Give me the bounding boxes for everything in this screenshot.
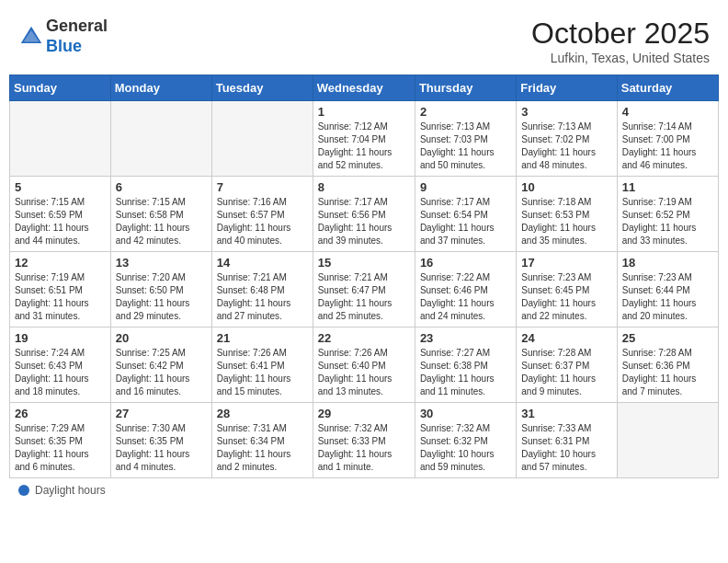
day-number: 17 (521, 256, 611, 270)
day-info: Sunrise: 7:21 AM Sunset: 6:47 PM Dayligh… (318, 271, 410, 323)
day-info: Sunrise: 7:26 AM Sunset: 6:41 PM Dayligh… (217, 347, 308, 398)
day-info: Sunrise: 7:15 AM Sunset: 6:59 PM Dayligh… (15, 196, 106, 247)
calendar-week-3: 12Sunrise: 7:19 AM Sunset: 6:51 PM Dayli… (10, 252, 719, 327)
day-number: 21 (217, 331, 308, 345)
col-thursday: Thursday (415, 75, 516, 101)
day-number: 11 (622, 180, 713, 194)
calendar-day (10, 101, 111, 177)
calendar-week-5: 26Sunrise: 7:29 AM Sunset: 6:35 PM Dayli… (10, 403, 719, 478)
day-info: Sunrise: 7:28 AM Sunset: 6:36 PM Dayligh… (622, 347, 713, 398)
day-number: 4 (622, 105, 713, 119)
calendar-day: 6Sunrise: 7:15 AM Sunset: 6:58 PM Daylig… (110, 177, 211, 252)
day-number: 25 (622, 331, 713, 345)
day-info: Sunrise: 7:32 AM Sunset: 6:32 PM Dayligh… (420, 422, 511, 474)
calendar-day: 18Sunrise: 7:23 AM Sunset: 6:44 PM Dayli… (617, 252, 718, 327)
day-info: Sunrise: 7:33 AM Sunset: 6:31 PM Dayligh… (521, 422, 611, 474)
title-block: October 2025 Lufkin, Texas, United State… (531, 17, 710, 65)
calendar-day: 5Sunrise: 7:15 AM Sunset: 6:59 PM Daylig… (10, 177, 111, 252)
calendar-day: 23Sunrise: 7:27 AM Sunset: 6:38 PM Dayli… (415, 327, 516, 403)
calendar-week-1: 1Sunrise: 7:12 AM Sunset: 7:04 PM Daylig… (10, 101, 719, 177)
day-number: 20 (116, 331, 207, 345)
day-number: 23 (420, 331, 511, 345)
calendar-day: 2Sunrise: 7:13 AM Sunset: 7:03 PM Daylig… (415, 101, 516, 177)
calendar-day: 22Sunrise: 7:26 AM Sunset: 6:40 PM Dayli… (313, 327, 415, 403)
day-info: Sunrise: 7:26 AM Sunset: 6:40 PM Dayligh… (318, 347, 410, 398)
calendar-day: 14Sunrise: 7:21 AM Sunset: 6:48 PM Dayli… (211, 252, 313, 327)
day-info: Sunrise: 7:32 AM Sunset: 6:33 PM Dayligh… (318, 422, 410, 474)
calendar-day: 11Sunrise: 7:19 AM Sunset: 6:52 PM Dayli… (617, 177, 718, 252)
calendar-day: 8Sunrise: 7:17 AM Sunset: 6:56 PM Daylig… (313, 177, 415, 252)
calendar-day: 9Sunrise: 7:17 AM Sunset: 6:54 PM Daylig… (415, 177, 516, 252)
day-number: 29 (318, 407, 410, 420)
calendar-day: 30Sunrise: 7:32 AM Sunset: 6:32 PM Dayli… (415, 403, 516, 478)
calendar-day: 13Sunrise: 7:20 AM Sunset: 6:50 PM Dayli… (110, 252, 211, 327)
calendar-day: 1Sunrise: 7:12 AM Sunset: 7:04 PM Daylig… (313, 101, 415, 177)
location: Lufkin, Texas, United States (531, 51, 710, 65)
logo-text: General Blue (46, 17, 108, 56)
day-number: 24 (521, 331, 611, 345)
day-number: 6 (116, 180, 207, 194)
calendar-day: 19Sunrise: 7:24 AM Sunset: 6:43 PM Dayli… (10, 327, 111, 403)
day-number: 15 (318, 256, 410, 270)
day-info: Sunrise: 7:24 AM Sunset: 6:43 PM Dayligh… (15, 347, 106, 398)
calendar-day: 16Sunrise: 7:22 AM Sunset: 6:46 PM Dayli… (415, 252, 516, 327)
calendar-day: 7Sunrise: 7:16 AM Sunset: 6:57 PM Daylig… (211, 177, 313, 252)
day-info: Sunrise: 7:21 AM Sunset: 6:48 PM Dayligh… (217, 271, 308, 323)
day-number: 7 (217, 180, 308, 194)
day-info: Sunrise: 7:23 AM Sunset: 6:44 PM Dayligh… (622, 271, 713, 323)
day-number: 19 (15, 331, 106, 345)
calendar-day: 17Sunrise: 7:23 AM Sunset: 6:45 PM Dayli… (517, 252, 617, 327)
day-number: 28 (217, 407, 308, 420)
calendar-day: 10Sunrise: 7:18 AM Sunset: 6:53 PM Dayli… (517, 177, 617, 252)
day-number: 27 (116, 407, 207, 420)
day-number: 2 (420, 105, 511, 119)
day-info: Sunrise: 7:13 AM Sunset: 7:02 PM Dayligh… (521, 121, 611, 172)
day-number: 16 (420, 256, 511, 270)
day-info: Sunrise: 7:17 AM Sunset: 6:54 PM Dayligh… (420, 196, 511, 247)
day-number: 10 (521, 180, 611, 194)
calendar-day: 4Sunrise: 7:14 AM Sunset: 7:00 PM Daylig… (617, 101, 718, 177)
calendar-day: 12Sunrise: 7:19 AM Sunset: 6:51 PM Dayli… (10, 252, 111, 327)
logo-icon (18, 24, 44, 50)
calendar-day: 3Sunrise: 7:13 AM Sunset: 7:02 PM Daylig… (517, 101, 617, 177)
footer: Daylight hours (9, 478, 719, 499)
calendar-day (110, 101, 211, 177)
calendar-day: 26Sunrise: 7:29 AM Sunset: 6:35 PM Dayli… (10, 403, 111, 478)
day-number: 5 (15, 180, 106, 194)
calendar-day: 25Sunrise: 7:28 AM Sunset: 6:36 PM Dayli… (617, 327, 718, 403)
day-info: Sunrise: 7:22 AM Sunset: 6:46 PM Dayligh… (420, 271, 511, 323)
day-info: Sunrise: 7:16 AM Sunset: 6:57 PM Dayligh… (217, 196, 308, 247)
day-number: 3 (521, 105, 611, 119)
day-number: 1 (318, 105, 410, 119)
calendar-day: 27Sunrise: 7:30 AM Sunset: 6:35 PM Dayli… (110, 403, 211, 478)
calendar-header-row: Sunday Monday Tuesday Wednesday Thursday… (10, 75, 719, 101)
calendar-week-2: 5Sunrise: 7:15 AM Sunset: 6:59 PM Daylig… (10, 177, 719, 252)
day-info: Sunrise: 7:15 AM Sunset: 6:58 PM Dayligh… (116, 196, 207, 247)
col-tuesday: Tuesday (211, 75, 313, 101)
day-info: Sunrise: 7:28 AM Sunset: 6:37 PM Dayligh… (521, 347, 611, 398)
day-number: 18 (622, 256, 713, 270)
calendar-day: 28Sunrise: 7:31 AM Sunset: 6:34 PM Dayli… (211, 403, 313, 478)
calendar-day: 20Sunrise: 7:25 AM Sunset: 6:42 PM Dayli… (110, 327, 211, 403)
day-info: Sunrise: 7:20 AM Sunset: 6:50 PM Dayligh… (116, 271, 207, 323)
daylight-dot (18, 485, 29, 496)
day-info: Sunrise: 7:31 AM Sunset: 6:34 PM Dayligh… (217, 422, 308, 474)
day-number: 26 (15, 407, 106, 420)
day-number: 30 (420, 407, 511, 420)
day-info: Sunrise: 7:19 AM Sunset: 6:52 PM Dayligh… (622, 196, 713, 247)
day-info: Sunrise: 7:14 AM Sunset: 7:00 PM Dayligh… (622, 121, 713, 172)
col-friday: Friday (517, 75, 617, 101)
calendar-day: 29Sunrise: 7:32 AM Sunset: 6:33 PM Dayli… (313, 403, 415, 478)
col-saturday: Saturday (617, 75, 718, 101)
day-info: Sunrise: 7:23 AM Sunset: 6:45 PM Dayligh… (521, 271, 611, 323)
calendar-day: 24Sunrise: 7:28 AM Sunset: 6:37 PM Dayli… (517, 327, 617, 403)
day-info: Sunrise: 7:17 AM Sunset: 6:56 PM Dayligh… (318, 196, 410, 247)
day-info: Sunrise: 7:27 AM Sunset: 6:38 PM Dayligh… (420, 347, 511, 398)
day-number: 31 (521, 407, 611, 420)
calendar-day: 15Sunrise: 7:21 AM Sunset: 6:47 PM Dayli… (313, 252, 415, 327)
calendar-day: 31Sunrise: 7:33 AM Sunset: 6:31 PM Dayli… (517, 403, 617, 478)
day-info: Sunrise: 7:12 AM Sunset: 7:04 PM Dayligh… (318, 121, 410, 172)
day-info: Sunrise: 7:13 AM Sunset: 7:03 PM Dayligh… (420, 121, 511, 172)
col-monday: Monday (110, 75, 211, 101)
month-title: October 2025 (531, 17, 710, 51)
